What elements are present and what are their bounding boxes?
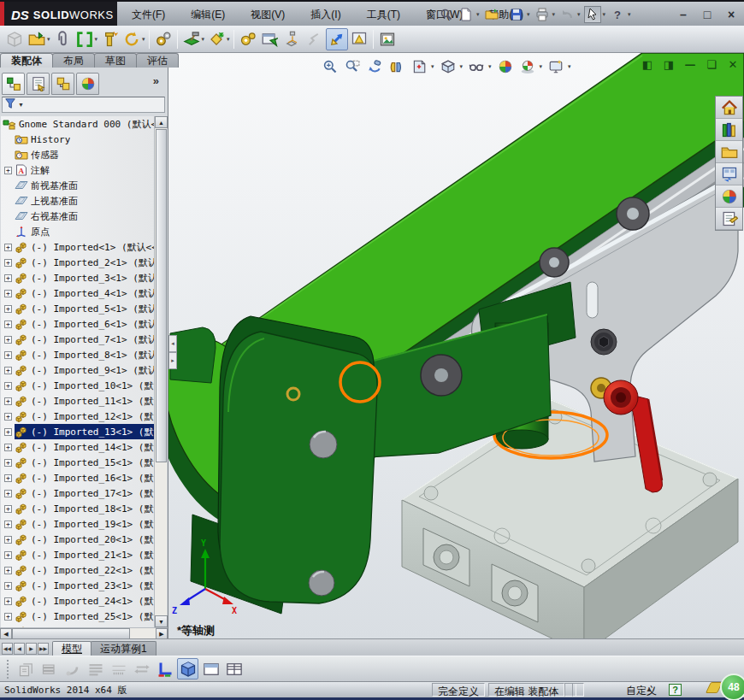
expand-icon[interactable]: + <box>4 597 12 605</box>
capture-image-icon[interactable] <box>376 28 399 50</box>
expand-icon[interactable]: + <box>4 367 12 374</box>
expand-icon[interactable]: + <box>4 582 12 590</box>
exploded-view-icon[interactable] <box>281 28 304 50</box>
expand-icon[interactable]: + <box>4 490 12 497</box>
dropdown-icon[interactable]: ▾ <box>431 63 434 70</box>
swap-icon[interactable] <box>131 658 152 679</box>
help-q-icon[interactable]: ? <box>609 6 626 23</box>
expand-icon[interactable]: + <box>4 351 12 359</box>
attach-file-icon[interactable] <box>51 28 74 50</box>
menu-item-2[interactable]: 编辑(E) <box>187 5 228 25</box>
tree-row[interactable]: +(-) Imported<1> (默认<< <box>1 239 155 255</box>
end-plates[interactable] <box>218 316 377 603</box>
minimize-doc-button[interactable]: — <box>683 58 697 71</box>
expand-icon[interactable]: + <box>4 521 12 528</box>
tree-row[interactable]: +(-) Imported_14<1> (默认 <box>1 439 155 455</box>
tree-horizontal-scrollbar[interactable]: ◀ ▶ <box>0 627 168 638</box>
expand-icon[interactable]: + <box>4 413 12 421</box>
dropdown-icon[interactable]: ▾ <box>488 63 492 70</box>
study-tab-运动算例1[interactable]: 运动算例1 <box>91 641 156 656</box>
tree-row[interactable]: +(-) Imported_21<1> (默认 <box>1 547 155 562</box>
expand-icon[interactable]: + <box>4 459 12 467</box>
pm-config-icon[interactable] <box>51 73 74 95</box>
dropdown-icon[interactable]: ▾ <box>476 11 480 18</box>
dropdown-icon[interactable]: ▾ <box>202 36 205 43</box>
expand-icon[interactable]: + <box>4 536 12 544</box>
dropdown-icon[interactable]: ▾ <box>502 11 505 18</box>
scroll-down-button[interactable]: ▼ <box>155 615 168 627</box>
expand-icon[interactable]: + <box>4 274 12 282</box>
toolbar-grip[interactable] <box>7 660 10 679</box>
expand-icon[interactable]: + <box>4 551 12 559</box>
pane-icon[interactable] <box>200 658 221 679</box>
section-view-icon[interactable] <box>387 57 406 76</box>
open-part-icon[interactable] <box>26 28 48 50</box>
tree-row[interactable]: +(-) Imported_13<1> (默认 <box>1 424 155 439</box>
previous-view-icon[interactable] <box>365 57 384 76</box>
tree-row[interactable]: +(-) Imported_2<1> (默认 <box>1 255 155 270</box>
status-help-icon[interactable]: ? <box>669 684 682 696</box>
study-nav-2[interactable]: ◀ <box>14 643 25 655</box>
dropdown-icon[interactable]: ▾ <box>47 36 50 43</box>
tree-filter[interactable]: ▼ <box>2 97 165 113</box>
study-nav-3[interactable]: ▶ <box>26 643 37 655</box>
menu-item-4[interactable]: 插入(I) <box>307 5 344 25</box>
pm-props-icon[interactable] <box>27 73 50 95</box>
tree-root-row[interactable]: +Gnome Standard 000 (默认< <box>1 116 155 132</box>
study-nav-4[interactable]: ▶▶ <box>38 643 49 655</box>
custom-properties-icon[interactable] <box>716 208 742 230</box>
expand-icon[interactable]: + <box>4 321 12 328</box>
next-window-button[interactable]: ◨ <box>662 58 676 71</box>
splitter-right-icon[interactable]: ▸ <box>168 352 177 369</box>
layers-icon[interactable] <box>38 658 60 679</box>
assembly-visualization-icon[interactable] <box>348 28 370 50</box>
view-palette-icon[interactable] <box>716 163 742 185</box>
maximize-button[interactable]: □ <box>700 8 715 21</box>
apply-scene-icon[interactable] <box>518 57 537 76</box>
status-expand-icon[interactable]: ▲ <box>646 685 652 693</box>
expand-icon[interactable]: + <box>4 244 12 251</box>
panel-more-button[interactable]: » <box>153 74 159 87</box>
tree-row[interactable]: +History <box>1 132 155 147</box>
open-folder-icon[interactable] <box>483 6 500 23</box>
home-icon[interactable] <box>716 97 742 119</box>
expand-icon[interactable]: + <box>4 290 12 297</box>
filter-dropdown-icon[interactable]: ▼ <box>18 102 24 108</box>
new-doc-icon[interactable] <box>458 6 475 23</box>
graphics-viewport[interactable]: Y X Z *等轴测 ▾▾▾▾▾ ◧◨—❏✕ ◂ ▸ <box>168 53 744 638</box>
tree-row[interactable]: +(-) Imported_24<1> (默认 <box>1 593 155 609</box>
tree-row[interactable]: +(-) Imported_25<1> (默认 <box>1 609 155 624</box>
previous-window-button[interactable]: ◧ <box>641 58 654 71</box>
tab-评估[interactable]: 评估 <box>136 53 179 68</box>
display-style-icon[interactable] <box>439 57 458 76</box>
tree-row[interactable]: +(-) Imported_16<1> (默认 <box>1 470 155 485</box>
mate-icon[interactable] <box>74 28 96 50</box>
tree-row[interactable]: +(-) Imported_11<1> (默认 <box>1 393 155 409</box>
dropdown-icon[interactable]: ▾ <box>603 11 606 18</box>
expand-icon[interactable]: + <box>4 428 12 436</box>
print-icon[interactable] <box>534 6 551 23</box>
tree-row[interactable]: +(-) Imported_23<1> (默认 <box>1 578 155 593</box>
tree-row[interactable]: +(-) Imported_8<1> (默认 <box>1 347 155 362</box>
tree-row[interactable]: +(-) Imported_22<1> (默认 <box>1 562 155 578</box>
preview-window-icon[interactable] <box>259 28 281 50</box>
model-canvas[interactable]: Y X Z *等轴测 <box>168 53 744 638</box>
tree-row[interactable]: +原点 <box>1 224 155 239</box>
tree-row[interactable]: +(-) Imported_5<1> (默认 <box>1 301 155 316</box>
view-orientation-icon[interactable] <box>410 57 428 76</box>
iso-cube-icon[interactable] <box>177 658 198 679</box>
tree-row[interactable]: +(-) Imported_15<1> (默认 <box>1 455 155 470</box>
appearances-icon[interactable] <box>716 185 742 208</box>
tree-row[interactable]: +(-) Imported_3<1> (默认 <box>1 270 155 285</box>
keyframe-icon[interactable] <box>108 658 129 679</box>
tree-row[interactable]: +(-) Imported_12<1> (默认 <box>1 409 155 424</box>
dropdown-icon[interactable]: ▾ <box>142 36 145 43</box>
pm-tree-icon[interactable] <box>2 73 25 95</box>
dye-icon[interactable] <box>62 658 83 679</box>
zoom-area-icon[interactable] <box>343 57 362 76</box>
tab-草图[interactable]: 草图 <box>94 53 137 68</box>
smart-fasteners-icon[interactable] <box>98 28 121 50</box>
notification-badge[interactable]: 48 <box>720 674 744 700</box>
tree-row[interactable]: +(-) Imported_20<1> (默认 <box>1 532 155 547</box>
insert-component-icon[interactable] <box>3 28 26 50</box>
